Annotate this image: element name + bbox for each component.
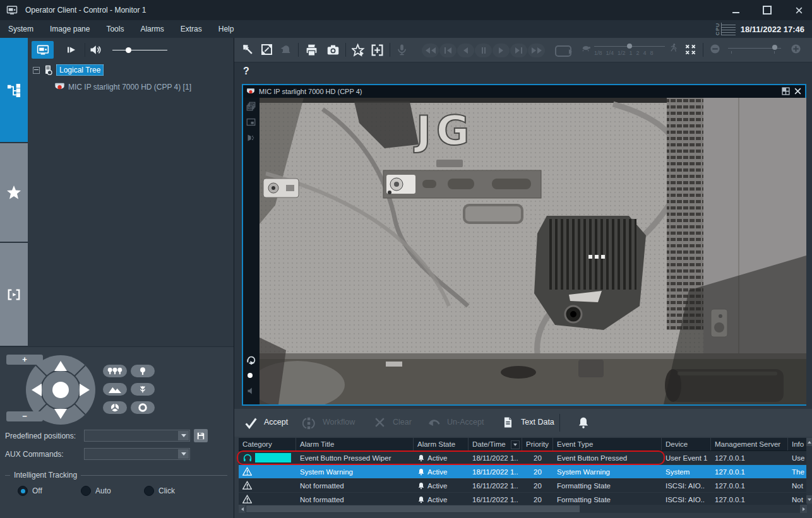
tab-favorites[interactable] — [0, 143, 28, 243]
chevron-down-icon[interactable] — [178, 431, 189, 440]
camera-video-feed[interactable]: JG — [260, 98, 805, 404]
menu-tools[interactable]: Tools — [98, 20, 132, 38]
predefined-positions-select[interactable] — [84, 430, 190, 442]
help-button[interactable]: ? — [243, 66, 249, 77]
iris-open-button[interactable] — [131, 401, 155, 414]
text-data-icon[interactable] — [502, 416, 514, 428]
maximize-pane-icon[interactable] — [782, 87, 790, 95]
save-position-button[interactable] — [194, 429, 208, 442]
tree-camera-label[interactable]: MIC IP starlight 7000 HD (CPP 4) [1] — [68, 83, 191, 91]
close-button[interactable] — [794, 6, 803, 15]
col-info[interactable]: Info — [788, 438, 807, 450]
fewer-panes-button[interactable] — [710, 44, 720, 54]
workflow-icon[interactable] — [302, 416, 316, 430]
tracking-off-radio[interactable]: Off — [18, 486, 42, 496]
pane-count-thumb[interactable] — [772, 45, 777, 50]
tree-camera-row[interactable]: MIC IP starlight 7000 HD (CPP 4) [1] — [54, 81, 191, 92]
clear-button[interactable]: Clear — [393, 418, 412, 427]
pause-button[interactable] — [475, 44, 492, 57]
microphone-button[interactable] — [396, 44, 408, 56]
scroll-left-icon[interactable] — [239, 505, 246, 513]
close-all-panes-button[interactable] — [684, 44, 696, 56]
step-back-button[interactable] — [457, 44, 474, 57]
collapse-icon[interactable] — [33, 67, 40, 74]
maximize-button[interactable] — [763, 6, 772, 15]
col-datetime[interactable]: Date/Time — [469, 438, 522, 450]
iris-close-button[interactable] — [103, 401, 127, 414]
tab-bookmarks[interactable] — [0, 243, 28, 347]
aux-commands-select[interactable] — [84, 448, 190, 460]
clear-icon[interactable] — [374, 416, 386, 428]
wiper-icon[interactable] — [246, 133, 256, 143]
alarm-row[interactable]: Event Button Pressed Wiper Active 18/11/… — [239, 451, 807, 465]
loop-playback-button[interactable] — [555, 45, 571, 57]
alarm-row[interactable]: System Warning Active 18/11/2022 1.. 20 … — [239, 465, 807, 479]
sort-desc-icon[interactable] — [511, 440, 520, 449]
volume-slider-thumb[interactable] — [126, 47, 131, 53]
unaccept-button[interactable]: Un-Accept — [447, 418, 484, 427]
tracking-click-radio[interactable]: Click — [144, 486, 175, 496]
video-pane-titlebar[interactable]: MIC IP starlight 7000 HD (CPP 4) — [243, 85, 805, 98]
radio-icon[interactable] — [81, 486, 91, 496]
radio-icon[interactable] — [18, 486, 28, 496]
focus-far-button[interactable] — [103, 383, 127, 396]
col-alarm-title[interactable]: Alarm Title — [296, 438, 414, 450]
col-management-server[interactable]: Management Server — [711, 438, 788, 450]
col-device[interactable]: Device — [662, 438, 711, 450]
fast-forward-button[interactable] — [528, 44, 545, 57]
menu-extras[interactable]: Extras — [172, 20, 210, 38]
zoom-out-button[interactable]: − — [6, 411, 43, 421]
audio-button[interactable] — [87, 41, 104, 59]
volume-slider[interactable] — [112, 50, 167, 50]
add-bookmark-button[interactable] — [371, 44, 384, 57]
menu-help[interactable]: Help — [210, 20, 242, 38]
col-category[interactable]: Category — [239, 438, 296, 450]
scroll-up-icon[interactable] — [806, 438, 812, 446]
speed-slider-thumb[interactable] — [627, 44, 632, 49]
picture-in-picture-icon[interactable] — [246, 117, 256, 127]
text-data-button[interactable]: Text Data — [521, 418, 554, 427]
add-favorite-button[interactable] — [352, 44, 365, 57]
tree-root-label[interactable]: Logical Tree — [56, 64, 104, 76]
alarm-row[interactable]: Not formatted Active 16/11/2022 1.. 20 F… — [239, 479, 807, 493]
restore-layout-button[interactable] — [242, 44, 254, 56]
instant-playback-button[interactable] — [60, 41, 82, 59]
print-button[interactable] — [305, 44, 318, 57]
alarm-forward-button[interactable] — [280, 44, 292, 56]
radio-icon[interactable] — [144, 486, 154, 496]
accept-button[interactable]: Accept — [264, 418, 288, 427]
next-frame-button[interactable] — [510, 44, 527, 57]
col-alarm-state[interactable]: Alarm State — [414, 438, 469, 450]
close-pane-icon[interactable] — [794, 87, 802, 95]
fullscreen-button[interactable] — [261, 44, 273, 56]
unaccept-icon[interactable] — [427, 416, 441, 430]
focus-near-button[interactable] — [131, 383, 155, 396]
menu-image-pane[interactable]: Image pane — [42, 20, 98, 38]
tree-root-row[interactable]: Logical Tree — [33, 64, 104, 76]
table-horizontal-scrollbar[interactable] — [239, 505, 807, 513]
scroll-down-icon[interactable] — [806, 495, 812, 503]
minimize-button[interactable] — [731, 6, 740, 15]
scroll-right-icon[interactable] — [800, 505, 807, 513]
chevron-down-icon[interactable] — [178, 449, 189, 459]
menu-alarms[interactable]: Alarms — [132, 20, 172, 38]
accept-icon[interactable] — [244, 416, 258, 430]
zoom-wide-button[interactable] — [103, 365, 127, 377]
audio-muted-icon[interactable] — [246, 386, 256, 396]
snapshot-button[interactable] — [326, 44, 340, 57]
col-event-type[interactable]: Event Type — [553, 438, 662, 450]
previous-frame-button[interactable] — [439, 44, 457, 57]
video-pane[interactable]: MIC IP starlight 7000 HD (CPP 4) — [242, 84, 806, 406]
col-priority[interactable]: Priority — [522, 438, 553, 450]
copy-image-icon[interactable] — [246, 102, 256, 111]
alarm-bell-icon[interactable] — [577, 416, 590, 429]
play-button[interactable] — [493, 44, 510, 57]
tab-logical-tree[interactable] — [0, 38, 28, 143]
table-vertical-scrollbar[interactable] — [806, 438, 812, 503]
send-to-monitor-button[interactable] — [32, 41, 54, 59]
scrollbar-thumb[interactable] — [246, 505, 580, 512]
tracking-auto-radio[interactable]: Auto — [81, 486, 111, 496]
workflow-button[interactable]: Workflow — [323, 418, 355, 427]
menu-system[interactable]: System — [0, 20, 42, 38]
more-panes-button[interactable] — [791, 44, 801, 54]
